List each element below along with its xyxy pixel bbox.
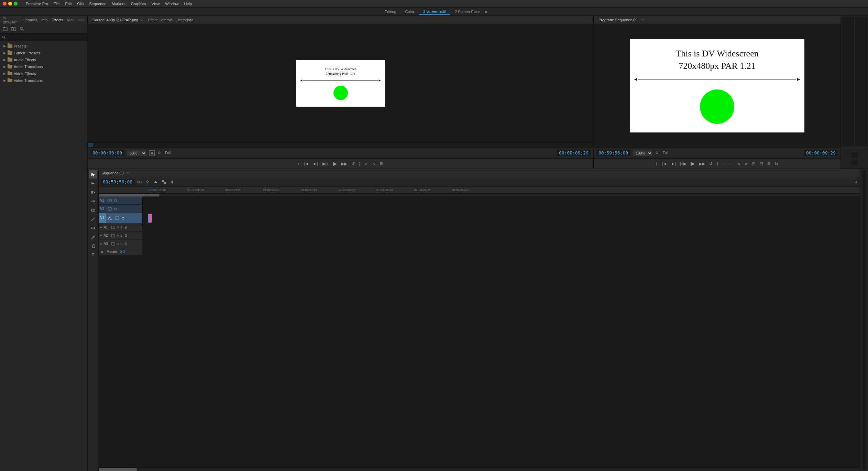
program-zoom-select[interactable]: 100% 50% 75% 25% — [633, 150, 652, 156]
sequence-tab-menu[interactable]: ≡ — [127, 171, 129, 175]
panel-menu-button[interactable]: >>> — [78, 18, 85, 22]
track-body-a1[interactable] — [143, 223, 860, 231]
tab-color[interactable]: Color — [401, 9, 418, 15]
prog-safe-margins[interactable]: ⊠ — [767, 161, 771, 167]
track-body-v1[interactable] — [143, 213, 860, 223]
effects-search-input[interactable] — [7, 35, 85, 40]
timeline-bottom-thumb[interactable] — [99, 468, 137, 471]
master-expand-icon[interactable]: ▶ — [101, 250, 104, 254]
a2-toggle[interactable] — [111, 233, 116, 238]
tab-metadata[interactable]: Metadata — [175, 17, 195, 23]
source-shuttle[interactable]: ▶▶ — [340, 161, 348, 167]
tree-item-presets[interactable]: ▶ Presets — [0, 43, 87, 50]
source-timecode[interactable]: 00:00:00:00 — [90, 150, 124, 156]
source-loop[interactable]: ↺ — [351, 161, 355, 167]
tab-2screen-edit[interactable]: 2 Screen Edit — [419, 8, 450, 15]
tree-item-audio-transitions[interactable]: ▶ Audio Transitions — [0, 63, 87, 70]
tab-effects[interactable]: Effects — [52, 18, 63, 22]
minimize-window-button[interactable] — [8, 2, 12, 6]
menu-window[interactable]: Window — [165, 2, 178, 6]
seq-add-tracks-btn[interactable]: + — [855, 179, 858, 185]
track-select-tool-btn[interactable] — [89, 179, 97, 188]
prog-step-back[interactable]: |◄ — [661, 161, 668, 167]
prog-mark-in[interactable]: ⟨ — [655, 161, 658, 167]
prog-trim-in[interactable]: ⊲ — [736, 161, 741, 167]
source-tab-close[interactable]: ✕ — [140, 19, 143, 22]
v1-clip[interactable] — [148, 214, 152, 223]
menu-sequence[interactable]: Sequence — [89, 2, 106, 6]
source-play[interactable]: ▶ — [332, 160, 338, 168]
timeline-scroll-thumb[interactable] — [99, 194, 160, 196]
tab-2screen-color[interactable]: 2 Screen Color — [451, 9, 484, 15]
source-settings-icon[interactable]: ▣ — [149, 150, 155, 156]
program-panel-menu[interactable]: ≡ — [641, 18, 644, 22]
tree-item-video-transitions[interactable]: ▶ Video Transitions — [0, 77, 87, 84]
menu-view[interactable]: View — [152, 2, 160, 6]
menu-edit[interactable]: Edit — [65, 2, 72, 6]
prog-play[interactable]: ▶ — [690, 160, 695, 168]
a1-toggle[interactable] — [111, 225, 116, 230]
prog-step-forward[interactable]: ►| — [670, 161, 677, 167]
prog-snap[interactable]: ⊞ — [751, 161, 756, 167]
prog-compare[interactable]: ⊟ — [759, 161, 764, 167]
track-lock-v2[interactable] — [113, 206, 118, 211]
source-step-back[interactable]: |◄ — [303, 161, 310, 167]
menu-file[interactable]: File — [54, 2, 60, 6]
slip-btn[interactable] — [89, 224, 97, 232]
menu-clip[interactable]: Clip — [77, 2, 84, 6]
new-bin-button[interactable] — [2, 25, 9, 32]
type-btn[interactable]: T — [89, 251, 97, 259]
find-button[interactable] — [19, 25, 25, 32]
track-toggle-v2[interactable] — [107, 206, 112, 211]
menu-premiere-pro[interactable]: Premiere Pro — [26, 2, 48, 6]
prog-play-in-to-out[interactable]: ▷▶ — [680, 161, 687, 167]
seq-link-btn[interactable] — [144, 179, 151, 185]
timeline-bottom-scrollbar[interactable] — [99, 468, 860, 471]
tab-libraries[interactable]: Libraries — [23, 18, 37, 22]
prog-trim-out[interactable]: ⊳ — [744, 161, 749, 167]
track-lock-v1[interactable] — [121, 216, 125, 221]
seq-snap-btn[interactable] — [136, 179, 143, 185]
sequence-tab-name[interactable]: Sequence 09 — [101, 171, 124, 175]
timeline-scroll-track[interactable] — [99, 194, 860, 196]
v1-active-indicator[interactable]: V1 — [99, 213, 106, 223]
source-zoom-select[interactable]: 50% 25% 75% 100% — [127, 150, 146, 156]
ripple-edit-btn[interactable] — [89, 188, 97, 196]
rolling-edit-btn[interactable] — [89, 197, 97, 205]
razor-btn[interactable] — [89, 215, 97, 223]
fullscreen-window-button[interactable] — [14, 2, 18, 6]
source-mark-out[interactable]: ⟩ — [358, 161, 361, 167]
prog-fx[interactable]: fx — [774, 161, 779, 167]
selection-tool-btn[interactable] — [89, 170, 97, 179]
track-lock-v3[interactable] — [113, 198, 118, 203]
tab-markers[interactable]: Mar — [67, 18, 74, 22]
program-timecode[interactable]: 00;59;56;00 — [596, 150, 630, 156]
track-body-v2[interactable] — [143, 205, 860, 213]
source-mark-in[interactable]: ⟨ — [297, 161, 300, 167]
tab-info[interactable]: Info — [41, 18, 47, 22]
workspace-more-button[interactable]: » — [485, 9, 487, 14]
prog-extract[interactable]: ↑↑ — [728, 161, 734, 167]
a3-toggle[interactable] — [111, 242, 116, 246]
tree-item-audio-effects[interactable]: ▶ Audio Effects — [0, 56, 87, 63]
source-tab-active[interactable]: Source: 480p1212PAR.png ✕ — [90, 17, 145, 23]
source-timebar[interactable] — [88, 142, 593, 147]
level-mute-btn[interactable] — [851, 159, 858, 165]
source-wrench-icon[interactable]: ⚙ — [157, 151, 161, 155]
source-insert[interactable]: ↙ — [364, 161, 369, 167]
track-body-a3[interactable] — [143, 240, 860, 248]
program-settings-icon[interactable]: ⚙ — [655, 151, 659, 155]
tree-item-video-effects[interactable]: ▶ Video Effects — [0, 70, 87, 77]
source-play-in-to-out[interactable]: ▶▷ — [322, 161, 329, 167]
hand-btn[interactable] — [89, 242, 97, 250]
prog-mark-out[interactable]: ⟩ — [716, 161, 719, 167]
new-folder-button[interactable] — [10, 25, 17, 32]
prog-lift[interactable]: ↑ — [722, 161, 725, 167]
track-toggle-v1[interactable] — [115, 216, 120, 221]
tab-editing[interactable]: Editing — [381, 9, 400, 15]
tab-media-browser[interactable]: ia Browser — [3, 16, 19, 24]
pen-btn[interactable] — [89, 233, 97, 241]
track-toggle-v3[interactable] — [107, 198, 112, 203]
rate-stretch-btn[interactable] — [89, 206, 97, 214]
program-tab[interactable]: Program: Sequence 09 — [596, 17, 639, 23]
